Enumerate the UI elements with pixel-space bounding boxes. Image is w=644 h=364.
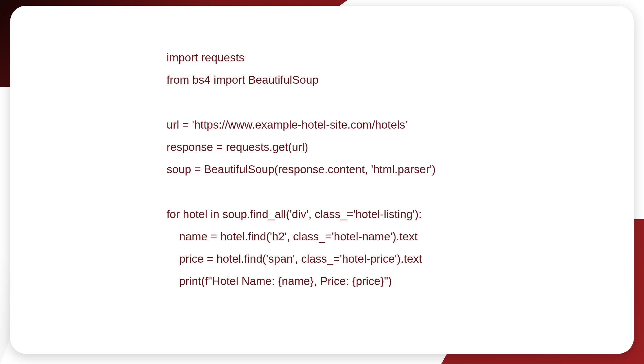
code-line: name = hotel.find('h2', class_='hotel-na… — [167, 230, 418, 243]
code-line: from bs4 import BeautifulSoup — [167, 74, 319, 86]
code-line: price = hotel.find('span', class_='hotel… — [167, 253, 422, 265]
code-line: url = 'https://www.example-hotel-site.co… — [167, 118, 407, 131]
code-line: import requests — [167, 51, 245, 64]
code-line: for hotel in soup.find_all('div', class_… — [167, 208, 422, 220]
code-line: soup = BeautifulSoup(response.content, '… — [167, 163, 436, 175]
code-line: response = requests.get(url) — [167, 141, 308, 153]
code-card: import requests from bs4 import Beautifu… — [10, 6, 634, 354]
code-block: import requests from bs4 import Beautifu… — [167, 46, 605, 292]
code-line: print(f"Hotel Name: {name}, Price: {pric… — [167, 275, 392, 287]
